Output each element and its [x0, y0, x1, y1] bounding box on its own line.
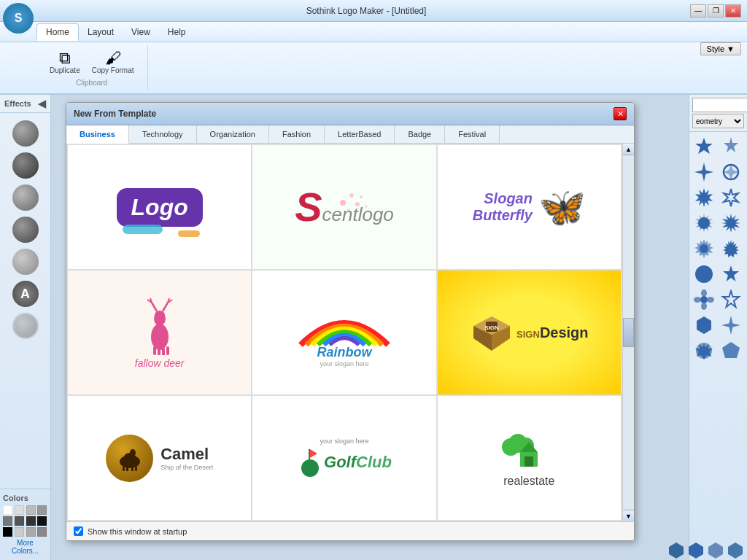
show-at-startup-label[interactable]: Show this window at startup	[88, 527, 187, 536]
svg-marker-69	[708, 542, 723, 559]
color-swatch-11[interactable]	[26, 527, 36, 537]
color-swatch-8[interactable]	[37, 516, 47, 526]
template-sign-design[interactable]: SIGN SIGNDesign	[438, 271, 621, 394]
colors-panel: Colors More Colors...	[0, 489, 50, 560]
golf-svg	[297, 446, 322, 479]
color-swatch-5[interactable]	[3, 516, 12, 526]
color-swatch-3[interactable]	[26, 505, 36, 515]
bottom-shape-4[interactable]	[727, 541, 744, 559]
menu-item-help[interactable]: Help	[159, 24, 195, 40]
copy-format-button[interactable]: 🖌 Copy Format	[88, 49, 139, 76]
shape-star-outline[interactable]	[719, 186, 743, 209]
effect-6[interactable]	[12, 313, 39, 339]
menu-item-view[interactable]: View	[123, 24, 159, 40]
shape-search-input[interactable]	[692, 98, 747, 112]
template-camel[interactable]: Camel Ship of the Desert	[68, 396, 251, 520]
tab-technology[interactable]: Technology	[129, 125, 197, 143]
color-swatch-12[interactable]	[37, 527, 47, 537]
effect-5[interactable]	[12, 249, 39, 275]
effect-2[interactable]	[12, 152, 39, 179]
shape-star4-2[interactable]	[719, 160, 743, 184]
shape-sunburst-1[interactable]	[692, 211, 716, 235]
restore-button[interactable]: ❐	[708, 4, 724, 18]
left-panel: Effects ◀ A Colors	[0, 95, 51, 560]
search-row: 🔍	[692, 98, 744, 112]
svg-marker-47	[724, 189, 738, 206]
svg-rect-11	[166, 346, 169, 355]
geometry-select[interactable]: eometry	[692, 114, 744, 128]
template-real-estate[interactable]: realestate	[438, 396, 621, 520]
color-swatch-1[interactable]	[3, 505, 12, 515]
shape-pentagon-1[interactable]	[719, 339, 743, 362]
bottom-shape-2[interactable]	[687, 541, 705, 559]
title-bar-controls: — ❐ ✕	[690, 4, 741, 18]
dots-decoration	[336, 188, 372, 217]
shape-star4-1[interactable]	[692, 160, 716, 184]
shape-starburst[interactable]	[719, 237, 743, 260]
shape-circle-1[interactable]	[692, 262, 716, 286]
scroll-down-button[interactable]: ▼	[623, 510, 634, 521]
tab-fashion[interactable]: Fashion	[269, 125, 325, 143]
style-button[interactable]: Style ▼	[700, 42, 741, 55]
tab-letterbased[interactable]: LetterBased	[325, 125, 395, 143]
shape-hexagon-1[interactable]	[692, 314, 716, 337]
color-swatch-4[interactable]	[37, 505, 47, 515]
close-button[interactable]: ✕	[725, 4, 741, 18]
template-logo-purple[interactable]: Logo	[68, 145, 251, 269]
tab-festival[interactable]: Festival	[445, 125, 500, 143]
color-swatch-10[interactable]	[15, 527, 24, 537]
shape-flower-1[interactable]	[692, 288, 716, 311]
shape-star6-2[interactable]	[719, 135, 743, 158]
shape-star6-1[interactable]	[692, 135, 716, 158]
color-swatch-9[interactable]	[3, 527, 12, 537]
shape-gear-1[interactable]	[692, 237, 716, 260]
color-swatch-2[interactable]	[15, 505, 24, 515]
tab-organization[interactable]: Organization	[197, 125, 269, 143]
svg-marker-62	[697, 316, 711, 334]
scroll-up-button[interactable]: ▲	[623, 144, 634, 155]
effect-text-a[interactable]: A	[12, 281, 39, 307]
main-layout: Effects ◀ A Colors	[0, 95, 747, 560]
svg-rect-28	[123, 466, 125, 471]
title-bar-title: Sothink Logo Maker - [Untitled]	[42, 6, 690, 16]
effect-3[interactable]	[12, 184, 39, 211]
svg-point-1	[349, 193, 354, 198]
shape-badge-1[interactable]	[692, 339, 716, 362]
tab-business[interactable]: Business	[66, 125, 129, 144]
bottom-shape-1[interactable]	[667, 541, 685, 559]
effects-toggle[interactable]: ◀	[38, 98, 46, 109]
box-icon-svg: SIGN	[470, 313, 514, 353]
modal-scrollbar[interactable]: ▲ ▼	[622, 144, 634, 521]
color-grid	[3, 505, 47, 537]
minimize-button[interactable]: —	[690, 4, 706, 18]
shape-star5-1[interactable]	[719, 262, 743, 286]
modal-close-button[interactable]: ✕	[614, 107, 627, 120]
tab-badge[interactable]: Badge	[395, 125, 445, 143]
template-fallow-deer[interactable]: fallow deer	[68, 271, 251, 394]
more-colors-link[interactable]: More Colors...	[3, 537, 47, 557]
svg-rect-31	[135, 466, 137, 471]
app-logo: S	[3, 3, 34, 34]
color-swatch-7[interactable]	[26, 516, 36, 526]
template-golf-club[interactable]: your slogan here	[252, 396, 436, 520]
effect-4[interactable]	[12, 217, 39, 243]
template-slogan-butterfly[interactable]: Slogan Butterfly 🦋	[438, 145, 621, 269]
template-scentlogo[interactable]: S centlogo	[252, 145, 436, 269]
svg-marker-67	[669, 542, 684, 559]
shape-star8-1[interactable]	[692, 186, 716, 209]
menu-item-layout[interactable]: Layout	[79, 24, 123, 40]
duplicate-button[interactable]: ⧉ Duplicate	[45, 49, 85, 76]
shape-sunburst-2[interactable]	[719, 211, 743, 235]
scroll-thumb[interactable]	[623, 318, 634, 347]
menu-item-home[interactable]: Home	[36, 23, 79, 41]
color-swatch-6[interactable]	[15, 516, 24, 526]
shape-star5-2[interactable]	[719, 288, 743, 311]
svg-marker-68	[689, 542, 703, 559]
camel-silhouette	[115, 446, 144, 471]
show-at-startup-checkbox[interactable]	[74, 526, 83, 536]
effect-1[interactable]	[12, 120, 39, 147]
bottom-shape-3[interactable]	[707, 541, 724, 559]
shape-star4-3[interactable]	[719, 314, 743, 337]
template-rainbow[interactable]: Rainbow your slogan here	[252, 271, 436, 394]
svg-point-3	[347, 209, 350, 211]
